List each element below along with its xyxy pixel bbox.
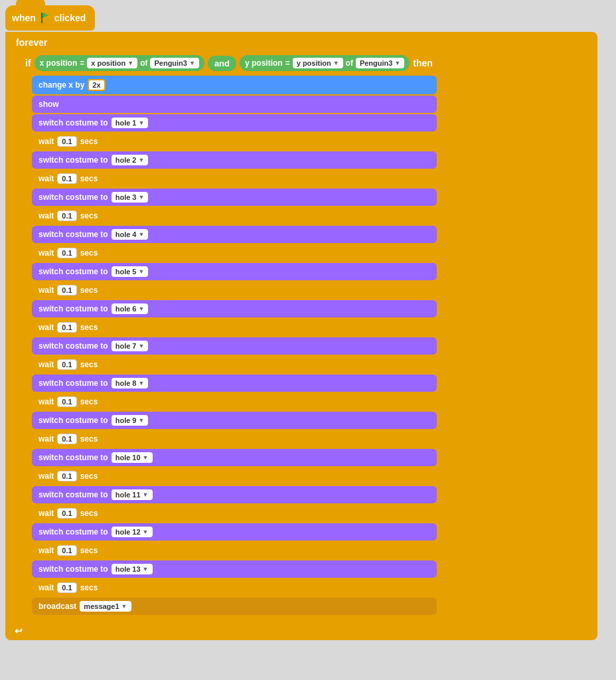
costume-dropdown-2[interactable]: hole 2 ▼ [112, 155, 149, 165]
dropdown-arrow-broadcast: ▼ [121, 603, 127, 610]
x-position-var: x position [40, 58, 78, 68]
costume-dropdown-1[interactable]: hole 1 ▼ [112, 118, 149, 128]
secs-label-13: secs [80, 583, 98, 592]
costume-value-6: hole 6 [116, 305, 137, 313]
secs-label-6: secs [80, 323, 98, 332]
broadcast-label: broadcast [38, 602, 76, 611]
secs-label-8: secs [80, 397, 98, 406]
wait-value-4[interactable]: 0.1 [57, 248, 76, 258]
wait-block-7[interactable]: wait 0.1 secs [32, 356, 437, 373]
hat-block[interactable]: when clicked [5, 5, 95, 31]
switch-costume-8[interactable]: switch costume to hole 8 ▼ [32, 375, 437, 392]
costume-value-4: hole 4 [116, 230, 137, 238]
wait-value-8[interactable]: 0.1 [57, 396, 76, 407]
costume-dropdown-6[interactable]: hole 6 ▼ [112, 303, 149, 314]
secs-label-10: secs [80, 471, 98, 481]
wait-block-2[interactable]: wait 0.1 secs [32, 170, 437, 187]
switch-costume-1[interactable]: switch costume to hole 1 ▼ [32, 114, 437, 131]
change-x-value[interactable]: 2x [88, 79, 105, 91]
flag-icon [38, 11, 52, 25]
switch-costume-3[interactable]: switch costume to hole 3 ▼ [32, 189, 437, 206]
costume-dropdown-12[interactable]: hole 12 ▼ [112, 527, 153, 537]
wait-value-7[interactable]: 0.1 [57, 359, 76, 370]
switch-costume-5[interactable]: switch costume to hole 5 ▼ [32, 263, 437, 280]
costume-value-7: hole 7 [116, 342, 137, 350]
dropdown-arrow-c10: ▼ [143, 454, 149, 461]
wait-value-2[interactable]: 0.1 [57, 173, 76, 184]
wait-block-3[interactable]: wait 0.1 secs [32, 207, 437, 224]
wait-block-1[interactable]: wait 0.1 secs [32, 133, 437, 150]
sprite1-label: Penguin3 [154, 59, 187, 67]
sprite1-dropdown[interactable]: Penguin3 ▼ [150, 58, 198, 68]
y-position-reporter-label: y position [297, 59, 331, 67]
if-block[interactable]: if x position = x position ▼ of [20, 52, 438, 623]
dropdown-arrow-c4: ▼ [138, 231, 144, 238]
if-header: if x position = x position ▼ of [20, 52, 438, 74]
wait-block-5[interactable]: wait 0.1 secs [32, 282, 437, 299]
wait-value-12[interactable]: 0.1 [57, 545, 76, 556]
wait-label-9: wait [38, 434, 54, 444]
sprite2-label: Penguin3 [360, 59, 393, 67]
forever-block[interactable]: forever if x position = [9, 35, 593, 638]
wait-value-3[interactable]: 0.1 [57, 211, 76, 221]
costume-dropdown-10[interactable]: hole 10 ▼ [112, 452, 153, 463]
costume-dropdown-11[interactable]: hole 11 ▼ [112, 489, 153, 500]
sprite2-dropdown[interactable]: Penguin3 ▼ [356, 58, 404, 68]
broadcast-value: message1 [84, 602, 119, 610]
wait-value-6[interactable]: 0.1 [57, 322, 76, 333]
switch-costume-label-2: switch costume to [38, 155, 108, 165]
costume-dropdown-3[interactable]: hole 3 ▼ [112, 192, 149, 203]
costume-dropdown-7[interactable]: hole 7 ▼ [112, 341, 149, 351]
wait-block-13[interactable]: wait 0.1 secs [32, 579, 437, 596]
wait-label-1: wait [38, 137, 54, 146]
costume-value-12: hole 12 [116, 528, 141, 536]
wait-label-13: wait [38, 583, 54, 592]
wait-block-12[interactable]: wait 0.1 secs [32, 542, 437, 559]
wait-value-10[interactable]: 0.1 [57, 471, 76, 481]
wait-value-13[interactable]: 0.1 [57, 582, 76, 593]
svg-rect-0 [41, 13, 42, 23]
broadcast-block[interactable]: broadcast message1 ▼ [32, 598, 437, 615]
wait-block-10[interactable]: wait 0.1 secs [32, 468, 437, 485]
forever-end-arrow: ↩ [15, 626, 23, 636]
change-x-block[interactable]: change x by 2x [32, 76, 437, 94]
switch-costume-label-12: switch costume to [38, 527, 108, 537]
switch-costume-11[interactable]: switch costume to hole 11 ▼ [32, 486, 437, 503]
wait-value-1[interactable]: 0.1 [57, 136, 76, 147]
dropdown-arrow-icon3: ▼ [333, 60, 339, 66]
y-position-reporter-dropdown[interactable]: y position ▼ [293, 58, 343, 68]
wait-block-9[interactable]: wait 0.1 secs [32, 430, 437, 448]
wait-block-6[interactable]: wait 0.1 secs [32, 319, 437, 336]
secs-label-4: secs [80, 248, 98, 258]
switch-costume-9[interactable]: switch costume to hole 9 ▼ [32, 412, 437, 429]
x-position-reporter-dropdown[interactable]: x position ▼ [87, 58, 137, 68]
costume-dropdown-4[interactable]: hole 4 ▼ [112, 229, 149, 240]
costume-dropdown-9[interactable]: hole 9 ▼ [112, 415, 149, 426]
costume-dropdown-5[interactable]: hole 5 ▼ [112, 266, 149, 277]
wait-value-5[interactable]: 0.1 [57, 285, 76, 296]
secs-label-12: secs [80, 546, 98, 555]
wait-value-9[interactable]: 0.1 [57, 434, 76, 444]
switch-costume-12[interactable]: switch costume to hole 12 ▼ [32, 523, 437, 541]
switch-costume-6[interactable]: switch costume to hole 6 ▼ [32, 300, 437, 317]
costume-value-8: hole 8 [116, 379, 137, 387]
condition2: y position = y position ▼ of Penguin3 ▼ [240, 55, 410, 71]
costume-dropdown-13[interactable]: hole 13 ▼ [112, 564, 153, 574]
show-block[interactable]: show [32, 96, 437, 113]
costume-value-10: hole 10 [116, 454, 141, 462]
wait-block-11[interactable]: wait 0.1 secs [32, 505, 437, 522]
switch-costume-2[interactable]: switch costume to hole 2 ▼ [32, 151, 437, 169]
wait-block-4[interactable]: wait 0.1 secs [32, 244, 437, 262]
wait-block-8[interactable]: wait 0.1 secs [32, 393, 437, 410]
of-label: of [140, 58, 147, 68]
costume-dropdown-8[interactable]: hole 8 ▼ [112, 378, 149, 388]
broadcast-dropdown[interactable]: message1 ▼ [80, 601, 131, 612]
switch-costume-10[interactable]: switch costume to hole 10 ▼ [32, 449, 437, 466]
switch-costume-4[interactable]: switch costume to hole 4 ▼ [32, 226, 437, 243]
switch-costume-13[interactable]: switch costume to hole 13 ▼ [32, 560, 437, 578]
switch-costume-7[interactable]: switch costume to hole 7 ▼ [32, 337, 437, 355]
dropdown-arrow-c6: ▼ [138, 305, 144, 312]
wait-value-11[interactable]: 0.1 [57, 508, 76, 519]
x-position-reporter-label: x position [91, 59, 125, 67]
forever-label: forever [9, 35, 54, 50]
